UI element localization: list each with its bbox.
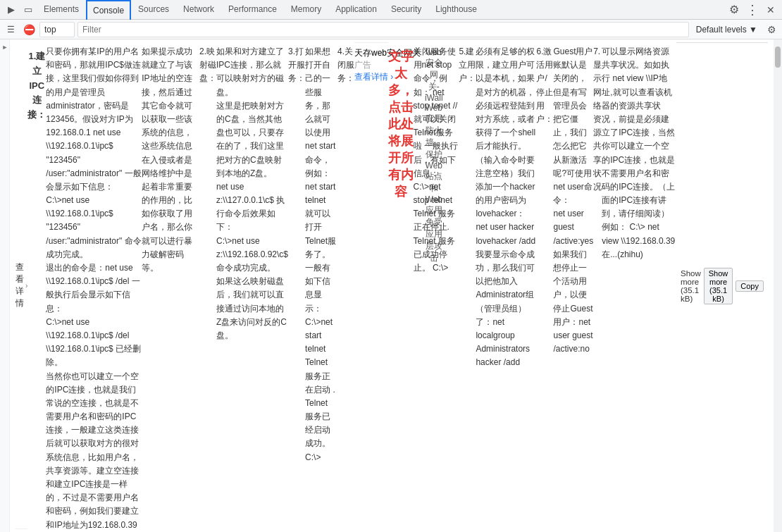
share-content: 可以显示网络资源共享状况。如如执行 net view \\IP地址,就可以查看该… <box>602 42 676 529</box>
expand-hint[interactable]: 文字太多，点击此处将展开所有内容 <box>388 42 414 529</box>
ipc-title: 1.建立IPC连接： <box>27 47 46 528</box>
ad-notice-top: 查看详情 › <box>15 42 27 529</box>
default-levels-dropdown[interactable]: Default levels ▼ <box>692 22 762 37</box>
scrollbar[interactable] <box>774 39 782 532</box>
console-area: ► 查看详情 › 1.建立IPC连接： 只要你拥有某IP的用户名和密码，那就用I… <box>0 39 782 532</box>
device-icon[interactable]: ▭ <box>20 1 37 18</box>
left-gutter: ► <box>0 39 10 532</box>
sidebar-toggle-icon[interactable]: ☰ <box>3 22 18 37</box>
tab-network[interactable]: Network <box>176 0 221 20</box>
ipc-content: 只要你拥有某IP的用户名和密码，那就用IPC$做连接，这里我们假如你得到的用户是… <box>46 42 142 529</box>
map-title: 2.映射磁盘： <box>199 42 216 529</box>
clear-console-icon[interactable]: ⛔ <box>21 22 37 37</box>
settings-icon[interactable]: ⚙ <box>726 3 743 16</box>
console-toolbar: ☰ ⛔ top Default levels ▼ ⚙ <box>0 20 782 39</box>
tab-sources[interactable]: Sources <box>131 0 176 20</box>
active-content: Guest用户账默认是关闭的，但是有写管理员会把它僵止，我们怎么把它从新激活呢?… <box>553 42 593 529</box>
expand-arrow[interactable]: ► <box>0 42 10 52</box>
close-devtools-icon[interactable]: ✕ <box>762 1 779 18</box>
service-title: 3.打开服务： <box>288 42 305 529</box>
tab-performance[interactable]: Performance <box>221 0 284 20</box>
ad-notice-text: 查看详情 <box>15 261 24 309</box>
active-title: 6.激活用户/停止用户： <box>536 42 553 529</box>
cursor-icon[interactable]: ▶ <box>3 1 20 18</box>
console-content[interactable]: 查看详情 › 1.建立IPC连接： 只要你拥有某IP的用户名和密码，那就用IPC… <box>10 39 774 532</box>
scroll-thumb <box>775 47 781 68</box>
ipc-content2: 如果提示成功就建立了与该IP地址的空连接，然后通过其它命令就可以获取一些该系统的… <box>142 42 199 529</box>
show-more-button[interactable]: Show more (35.1 kB) <box>704 268 733 304</box>
user-content: 必须有足够的权限，建立用户可以是本机，如果是对方的机器，必须远程登陆到对方系统，… <box>476 42 536 529</box>
more-options-icon[interactable]: ⋮ <box>743 2 762 18</box>
tab-memory[interactable]: Memory <box>284 0 328 20</box>
tab-lighthouse[interactable]: Lighthouse <box>428 0 484 20</box>
show-more-text: Show more (35.1 kB) <box>681 269 701 303</box>
context-selector[interactable]: top <box>39 22 75 37</box>
show-more-bar: Show more (35.1 kB) Show more (35.1 kB) … <box>676 42 768 529</box>
console-settings-icon[interactable]: ⚙ <box>764 24 779 35</box>
tab-security[interactable]: Security <box>384 0 428 20</box>
ad-block: 天存web安全网关 广告 查看详情 › web安全网关-iWall Web应用防… <box>354 42 388 529</box>
copy-button[interactable]: Copy <box>736 280 764 292</box>
tab-application[interactable]: Application <box>328 0 384 20</box>
tab-elements[interactable]: Elements <box>37 0 86 20</box>
close-service-title: 4.关闭服务： <box>337 42 354 529</box>
close-service-content: 关闭服务使用net stop命令，例如： net stop tenet //就可… <box>414 42 459 529</box>
map-content: 如果和对方建立了IPC连接，那么就可以映射对方的磁盘。 这里是把映射对方的C盘，… <box>216 42 288 529</box>
devtools-tab-bar: ▶ ▭ Elements Console Sources Network Per… <box>0 0 782 20</box>
tab-console[interactable]: Console <box>86 0 131 20</box>
user-title: 5.建立用户： <box>459 42 476 529</box>
service-content: 如果想打开自己的一些服务，那么就可以使用net start命令，例如： net … <box>305 42 337 529</box>
filter-input[interactable] <box>77 22 689 37</box>
share-title: 7.显示网络资源共享状况 <box>593 42 602 529</box>
